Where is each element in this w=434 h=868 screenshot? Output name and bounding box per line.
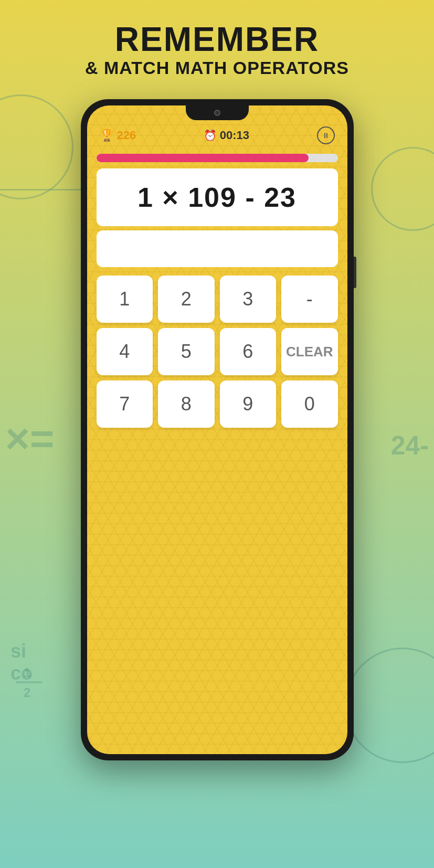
key-9-button[interactable]: 9 <box>220 380 277 428</box>
key-7-label: 7 <box>119 393 130 415</box>
bg-circle-bottom-right <box>345 648 434 763</box>
key-4-button[interactable]: 4 <box>97 328 153 375</box>
bg-fraction-icon: 1 2 <box>10 661 47 711</box>
key-1-label: 1 <box>119 288 130 310</box>
key-0-button[interactable]: 0 <box>281 380 338 428</box>
key-3-button[interactable]: 3 <box>220 276 277 323</box>
score-section: 🏆 226 <box>100 129 136 142</box>
key-2-label: 2 <box>181 288 192 310</box>
bg-circle-right <box>371 147 434 231</box>
trophy-icon: 🏆 <box>100 129 114 142</box>
key-9-label: 9 <box>242 393 253 415</box>
clock-icon: ⏰ <box>204 129 217 142</box>
pause-button[interactable]: ⏸ <box>317 126 335 144</box>
camera-lens <box>214 110 220 116</box>
key-6-button[interactable]: 6 <box>220 328 277 375</box>
bg-number-right: 24- <box>391 430 429 461</box>
timer-value: 00:13 <box>220 129 249 142</box>
key-1-button[interactable]: 1 <box>97 276 153 323</box>
answer-display <box>97 230 338 267</box>
key-0-label: 0 <box>304 393 315 415</box>
key-minus-button[interactable]: - <box>281 276 338 323</box>
progress-bar <box>97 154 338 162</box>
svg-text:2: 2 <box>24 685 30 700</box>
page-subtitle: & MATCH MATH OPERATORS <box>21 58 413 78</box>
key-minus-label: - <box>306 288 313 310</box>
svg-text:1: 1 <box>24 665 30 680</box>
key-2-button[interactable]: 2 <box>158 276 215 323</box>
phone-side-button <box>354 257 356 288</box>
key-7-button[interactable]: 7 <box>97 380 153 428</box>
key-8-label: 8 <box>181 393 192 415</box>
bg-circle-left <box>0 94 73 199</box>
phone-notch <box>186 105 249 120</box>
key-clear-button[interactable]: CLEAR <box>281 328 338 375</box>
equation-text: 1 × 109 - 23 <box>137 182 297 213</box>
phone-screen: 🏆 226 ⏰ 00:13 ⏸ 1 × 109 - 23 1 <box>87 105 347 754</box>
key-5-button[interactable]: 5 <box>158 328 215 375</box>
score-value: 226 <box>117 129 136 142</box>
key-3-label: 3 <box>242 288 253 310</box>
key-clear-label: CLEAR <box>286 344 333 360</box>
progress-fill <box>97 154 309 162</box>
phone-frame: 🏆 226 ⏰ 00:13 ⏸ 1 × 109 - 23 1 <box>81 99 354 760</box>
timer-section: ⏰ 00:13 <box>204 129 249 142</box>
key-4-label: 4 <box>119 341 130 363</box>
keypad: 1 2 3 - 4 5 6 CLEAR 7 <box>97 276 338 428</box>
key-5-label: 5 <box>181 341 192 363</box>
header: REMEMBER & MATCH MATH OPERATORS <box>0 0 434 89</box>
pause-icon: ⏸ <box>322 131 330 140</box>
key-8-button[interactable]: 8 <box>158 380 215 428</box>
page-title: REMEMBER <box>21 21 413 58</box>
bg-equals-icon: ×= <box>5 415 54 463</box>
bg-text-bottom-left: sico <box>10 640 33 684</box>
key-6-label: 6 <box>242 341 253 363</box>
equation-display: 1 × 109 - 23 <box>97 168 338 226</box>
